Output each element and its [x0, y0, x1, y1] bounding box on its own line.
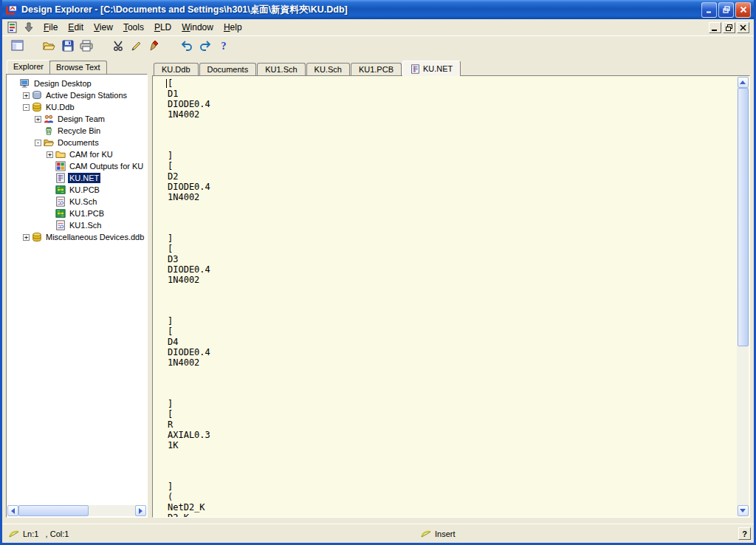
doc-tab-label: KU1.Sch [265, 65, 297, 74]
tree-item-cam-for-ku[interactable]: +CAM for KU [10, 148, 147, 160]
restore-button[interactable] [718, 2, 734, 18]
folder-open-icon [44, 137, 54, 148]
tree-label[interactable]: Design Desktop [32, 78, 93, 89]
menu-view[interactable]: View [89, 20, 118, 35]
ddb-icon [32, 102, 42, 112]
design-explorer-window: Design Explorer - [C:\Documents and Sett… [0, 0, 756, 545]
doc-tab-ku-sch[interactable]: KU.Sch [306, 63, 350, 75]
expand-toggle[interactable]: + [47, 151, 53, 158]
doc-tab-ku1-sch[interactable]: KU1.Sch [257, 63, 305, 75]
menu-tools[interactable]: Tools [118, 20, 149, 35]
help-button[interactable]: ? [214, 38, 233, 56]
tree-item-cam-outputs-for-ku[interactable]: CAM Outputs for KU [10, 160, 147, 172]
toolbar-group: ? [177, 38, 233, 56]
ddb-icon [32, 232, 42, 242]
panes-icon [11, 40, 24, 55]
document-icon[interactable] [7, 21, 19, 33]
close-button[interactable] [735, 2, 751, 18]
help-button[interactable]: ? [738, 527, 751, 540]
panel-tabs: ExplorerBrowse Text [6, 59, 148, 74]
toolbar-group [8, 38, 27, 56]
scroll-up-button[interactable] [738, 77, 749, 88]
team-icon [44, 114, 54, 124]
tree-item-ku-pcb[interactable]: KU.PCB [10, 184, 147, 196]
toolbar-group [40, 38, 95, 56]
horizontal-scrollbar[interactable] [7, 505, 146, 516]
menu-edit[interactable]: Edit [63, 20, 89, 35]
text-caret [166, 79, 167, 88]
panel-tab-browse-text[interactable]: Browse Text [49, 61, 107, 74]
scroll-down-button[interactable] [738, 505, 749, 516]
tree-label[interactable]: Active Design Stations [44, 90, 128, 100]
tree-item-ku-sch[interactable]: KU.Sch [10, 196, 147, 208]
mdi-restore-button[interactable] [723, 22, 735, 33]
cut-button[interactable] [109, 38, 127, 56]
menu-window[interactable]: Window [176, 20, 219, 35]
panel-tab-explorer[interactable]: Explorer [7, 60, 50, 74]
redo-icon [199, 40, 211, 55]
tree-item-miscellaneous-devices-ddb[interactable]: +Miscellaneous Devices.ddb [10, 231, 147, 243]
doc-tab-documents[interactable]: Documents [199, 63, 257, 75]
tree-label[interactable]: KU1.PCB [68, 208, 106, 219]
menu-pld[interactable]: PLD [149, 20, 176, 35]
scroll-left-button[interactable] [7, 505, 18, 516]
tree-label[interactable]: KU1.Sch [68, 220, 103, 230]
tree-label[interactable]: KU.Ddb [44, 102, 76, 112]
tree-label[interactable]: Miscellaneous Devices.ddb [44, 232, 145, 242]
doc-tab-ku1-pcb[interactable]: KU1.PCB [351, 63, 402, 75]
brush-icon [149, 40, 161, 55]
menu-bar: FileEditViewToolsPLDWindowHelp [2, 19, 754, 35]
netlist-text[interactable]: [ D1 DIODE0.4 1N4002 ] [ D2 DIODE0.4 1N4… [153, 76, 749, 518]
tree-item-documents[interactable]: -Documents [10, 137, 147, 148]
expand-toggle[interactable]: + [23, 92, 30, 99]
tree-label[interactable]: KU.Sch [68, 196, 98, 207]
tree-item-design-team[interactable]: +Design Team [10, 113, 147, 125]
minimize-button[interactable] [701, 2, 717, 18]
tree-label[interactable]: Design Team [56, 114, 106, 124]
doc-tab-ku-ddb[interactable]: KU.Ddb [154, 63, 199, 75]
vertical-scrollbar[interactable] [737, 77, 749, 516]
tree-label[interactable]: CAM for KU [68, 149, 114, 160]
undo-button[interactable] [177, 38, 196, 56]
expand-toggle[interactable]: + [23, 234, 30, 241]
vertical-scroll-thumb[interactable] [738, 88, 749, 346]
tree-label[interactable]: KU.NET [68, 173, 100, 183]
scroll-right-button[interactable] [135, 505, 146, 516]
pencil-swoosh-icon [420, 529, 432, 541]
tree-label[interactable]: CAM Outputs for KU [68, 161, 145, 171]
tree-item-design-desktop[interactable]: Design Desktop [10, 78, 147, 89]
redo-button[interactable] [196, 38, 214, 56]
document-panel: KU.DdbDocumentsKU1.SchKU.SchKU1.PCBKU.NE… [152, 59, 750, 518]
collapse-toggle[interactable]: - [35, 140, 41, 146]
save-button[interactable] [58, 38, 77, 56]
tree-label[interactable]: Recycle Bin [56, 126, 102, 136]
mdi-close-button[interactable] [737, 22, 749, 33]
tree-item-ku1-sch[interactable]: KU1.Sch [10, 219, 147, 231]
tree-item-ku1-pcb[interactable]: KU1.PCB [10, 208, 147, 219]
sch-icon [55, 220, 66, 230]
menu-help[interactable]: Help [219, 20, 247, 35]
expand-toggle[interactable]: + [35, 116, 41, 123]
doc-tab-label: Documents [207, 65, 249, 74]
explorer-panel: ExplorerBrowse Text Design Desktop+Activ… [6, 59, 148, 518]
tree-label[interactable]: KU.PCB [68, 185, 101, 195]
document-tabs: KU.DdbDocumentsKU1.SchKU.SchKU1.PCBKU.NE… [152, 59, 750, 75]
print-button[interactable] [77, 38, 95, 56]
net-icon [55, 173, 66, 183]
tree-item-ku-net[interactable]: KU.NET [10, 172, 147, 184]
open-document-button[interactable] [40, 38, 58, 56]
design-desktop-button[interactable] [8, 38, 27, 56]
mdi-minimize-button[interactable] [709, 22, 721, 33]
tree-item-ku-ddb[interactable]: -KU.Ddb [10, 101, 147, 113]
scrollbar-track[interactable] [738, 88, 749, 505]
tree-item-active-design-stations[interactable]: +Active Design Stations [10, 89, 147, 101]
menu-file[interactable]: File [38, 20, 63, 35]
horizontal-scroll-thumb[interactable] [18, 505, 89, 516]
pencil-button[interactable] [127, 38, 145, 56]
tree-label[interactable]: Documents [56, 137, 100, 148]
doc-tab-label: KU.Ddb [162, 65, 190, 74]
brush-button[interactable] [145, 38, 164, 56]
collapse-toggle[interactable]: - [23, 104, 30, 111]
doc-tab-ku-net[interactable]: KU.NET [402, 61, 461, 76]
tree-item-recycle-bin[interactable]: Recycle Bin [10, 125, 147, 137]
